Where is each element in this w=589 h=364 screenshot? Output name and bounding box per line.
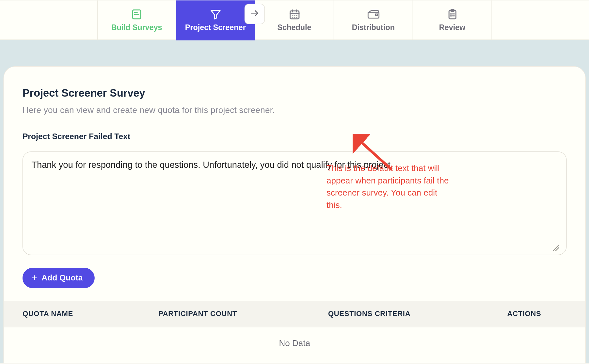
clipboard-icon [446,9,459,20]
tab-project-screener[interactable]: Project Screener [176,0,255,40]
svg-point-8 [292,15,293,16]
funnel-icon [209,9,222,20]
main-card: Project Screener Survey Here you can vie… [3,66,586,363]
svg-point-20 [451,15,451,16]
next-arrow-badge[interactable] [245,4,265,24]
tab-distribution[interactable]: Distribution [334,0,413,40]
th-quota-name: QUOTA NAME [23,310,158,318]
th-actions: ACTIONS [482,310,567,318]
resize-handle-icon[interactable] [551,243,559,251]
svg-point-9 [294,15,295,16]
tab-review[interactable]: Review [413,0,492,40]
tab-label: Review [439,23,466,32]
tab-label: Build Surveys [111,23,162,32]
tab-build-surveys[interactable]: Build Surveys [97,0,176,40]
arrow-right-icon [249,8,260,20]
svg-point-18 [451,13,451,14]
calendar-icon [288,9,301,20]
svg-point-12 [294,17,295,18]
plus-icon: + [32,273,38,283]
quota-table-header: QUOTA NAME PARTICIPANT COUNT QUESTIONS C… [4,301,585,327]
failed-text-heading: Project Screener Failed Text [23,132,567,141]
tab-label: Project Screener [185,23,246,32]
page-subtitle: Here you can view and create new quota f… [23,105,567,115]
svg-point-11 [292,17,293,18]
doc-icon [130,9,143,20]
svg-rect-15 [375,14,377,15]
tab-label: Schedule [278,23,311,32]
add-quota-label: Add Quota [41,273,83,283]
svg-point-13 [296,17,297,18]
top-nav: Build Surveys Project Screener Schedule [0,0,589,40]
th-questions-criteria: QUESTIONS CRITERIA [328,310,482,318]
tab-schedule[interactable]: Schedule [255,0,334,40]
tab-label: Distribution [352,23,395,32]
table-empty-text: No Data [4,327,585,359]
add-quota-button[interactable]: + Add Quota [23,268,95,288]
page-title: Project Screener Survey [23,87,567,100]
mailbox-icon [367,9,380,20]
svg-point-10 [296,15,297,16]
failed-text-input[interactable] [23,151,567,255]
th-participant-count: PARTICIPANT COUNT [158,310,328,318]
